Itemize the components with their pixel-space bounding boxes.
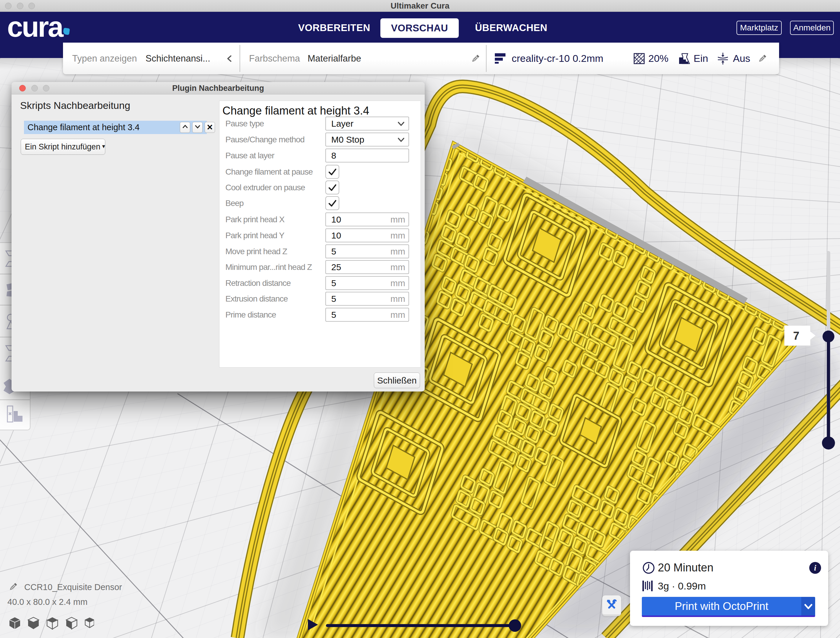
svg-text:7: 7 — [793, 330, 799, 342]
svg-text:i: i — [814, 564, 816, 572]
